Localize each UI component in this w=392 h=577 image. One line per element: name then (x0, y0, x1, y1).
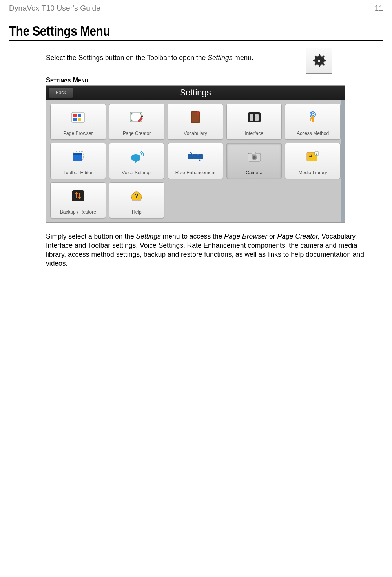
voice-settings-icon (109, 143, 164, 170)
tile-rate-enhancement[interactable]: Rate Enhancement (168, 143, 223, 179)
svg-rect-17 (248, 112, 261, 122)
svg-point-32 (258, 155, 259, 156)
settings-menu-sub-head: Settings Menu (46, 76, 342, 84)
svg-text:?: ? (135, 193, 139, 199)
header-rule (9, 16, 383, 16)
svg-point-35 (310, 155, 310, 156)
tile-label: Page Browser (63, 131, 93, 136)
tile-label: Help (132, 209, 142, 215)
tile-toolbar-editor[interactable]: Toolbar Editor (50, 143, 106, 179)
svg-rect-29 (252, 152, 256, 154)
svg-rect-4 (78, 114, 81, 117)
tile-label: Vocabulary (184, 131, 207, 136)
backup-restore-icon (51, 183, 106, 209)
help-icon: ? (109, 183, 164, 209)
footer-rule (9, 567, 383, 567)
intro-italic: Settings (208, 54, 232, 62)
settings-paragraph: Simply select a button on the Settings m… (46, 232, 375, 268)
tile-interface[interactable]: Interface (226, 104, 282, 140)
screenshot-title: Settings (46, 88, 345, 98)
interface-icon (227, 104, 282, 131)
rate-enhancement-icon (168, 143, 223, 170)
guide-title: DynaVox T10 User's Guide (9, 4, 100, 13)
svg-rect-2 (72, 112, 84, 122)
settings-screenshot: Back Settings Page BrowserPage CreatorVo… (46, 85, 345, 223)
tile-label: Backup / Restore (60, 209, 96, 215)
svg-rect-23 (73, 153, 82, 155)
page-number: 11 (375, 4, 383, 13)
svg-rect-27 (198, 154, 203, 159)
page-browser-icon (51, 104, 106, 131)
tile-media-library[interactable]: Media Library (285, 143, 341, 179)
svg-rect-16 (197, 111, 199, 115)
svg-point-31 (253, 156, 256, 159)
svg-point-36 (311, 155, 312, 156)
intro-prefix: Select the Settings button on the Toolba… (46, 54, 208, 62)
tile-label: Interface (245, 131, 263, 136)
gear-icon (311, 53, 327, 69)
tile-label: Rate Enhancement (175, 170, 216, 175)
intro-text: Select the Settings button on the Toolba… (46, 48, 253, 63)
svg-rect-6 (78, 118, 81, 121)
svg-point-9 (131, 113, 133, 115)
toolbar-editor-icon (51, 143, 106, 170)
svg-point-11 (131, 120, 133, 121)
svg-rect-25 (188, 154, 193, 159)
tile-label: Voice Settings (122, 170, 151, 175)
svg-rect-38 (72, 190, 84, 201)
section-rule (9, 40, 383, 41)
tile-camera[interactable]: Camera (226, 143, 282, 179)
vocabulary-icon (168, 104, 223, 131)
page-creator-icon (109, 104, 164, 131)
access-method-icon (285, 104, 340, 131)
section-title: The Settings Menu (9, 23, 327, 40)
svg-rect-5 (73, 118, 77, 121)
tile-vocabulary[interactable]: Vocabulary (168, 104, 223, 140)
settings-grid: Page BrowserPage CreatorVocabularyInterf… (46, 100, 345, 218)
tile-label: Toolbar Editor (64, 170, 93, 175)
svg-point-21 (312, 113, 314, 116)
svg-rect-3 (73, 114, 77, 117)
svg-rect-18 (250, 114, 253, 121)
tile-page-creator[interactable]: Page Creator (109, 104, 165, 140)
settings-gear-box (306, 48, 332, 74)
tile-label: Page Creator (123, 131, 151, 136)
tile-label: Media Library (299, 170, 327, 175)
intro-suffix: menu. (232, 54, 253, 62)
screenshot-titlebar: Back Settings (46, 86, 345, 100)
svg-rect-19 (255, 114, 259, 121)
svg-rect-26 (193, 154, 198, 159)
tile-label: Camera (246, 170, 263, 175)
svg-point-10 (140, 113, 141, 115)
media-library-icon (285, 143, 340, 170)
tile-page-browser[interactable]: Page Browser (50, 104, 106, 140)
tile-help[interactable]: ?Help (109, 182, 165, 218)
screenshot-scrollbar (341, 86, 345, 222)
svg-point-1 (318, 60, 320, 62)
tile-label: Access Method (297, 131, 329, 136)
tile-access-method[interactable]: Access Method (285, 104, 341, 140)
tile-voice-settings[interactable]: Voice Settings (109, 143, 165, 179)
tile-backup-restore[interactable]: Backup / Restore (50, 182, 106, 218)
camera-icon (227, 143, 282, 170)
